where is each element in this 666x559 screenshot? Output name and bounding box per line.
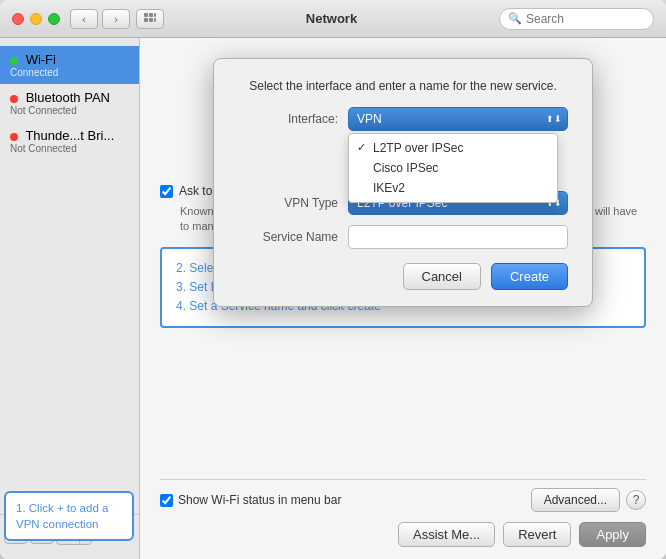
svg-rect-5 [154, 18, 156, 22]
sidebar-item-label: Bluetooth PAN [10, 90, 129, 105]
bluetooth-status: Not Connected [10, 105, 129, 116]
interface-row: Interface: VPN ⬆⬇ ✓ L2TP over IPSec [238, 107, 568, 131]
modal-dialog: Select the interface and enter a name fo… [213, 58, 593, 307]
sidebar-item-thunderbolt[interactable]: Thunde...t Bri... Not Connected [0, 122, 139, 160]
search-input[interactable] [526, 12, 645, 26]
dropdown-item-cisco[interactable]: Cisco IPSec [349, 158, 557, 178]
sidebar-item-label: Thunde...t Bri... [10, 128, 129, 143]
sidebar: Wi-Fi Connected Bluetooth PAN Not Connec… [0, 38, 140, 559]
vpn-type-dropdown: ✓ L2TP over IPSec Cisco IPSec IKEv2 [348, 133, 558, 203]
svg-rect-3 [144, 18, 148, 22]
traffic-lights [12, 13, 60, 25]
svg-rect-2 [154, 13, 156, 17]
close-button[interactable] [12, 13, 24, 25]
modal-description: Select the interface and enter a name fo… [238, 79, 568, 93]
service-name-input[interactable] [348, 225, 568, 249]
sidebar-item-bluetooth[interactable]: Bluetooth PAN Not Connected [0, 84, 139, 122]
thunderbolt-status-dot [10, 133, 18, 141]
bluetooth-status-dot [10, 95, 18, 103]
grid-button[interactable] [136, 9, 164, 29]
interface-select-wrap: VPN ⬆⬇ ✓ L2TP over IPSec Cisco IPSec [348, 107, 568, 131]
thunderbolt-status: Not Connected [10, 143, 129, 154]
right-panel: Select the interface and enter a name fo… [140, 38, 666, 559]
interface-select[interactable]: VPN [348, 107, 568, 131]
svg-rect-1 [149, 13, 153, 17]
dropdown-item-ikev2[interactable]: IKEv2 [349, 178, 557, 198]
sidebar-item-label: Wi-Fi [10, 52, 129, 67]
network-window: ‹ › Network 🔍 Wi-Fi [0, 0, 666, 559]
search-icon: 🔍 [508, 12, 522, 25]
modal-buttons: Cancel Create [238, 263, 568, 290]
wifi-status-dot [10, 57, 18, 65]
maximize-button[interactable] [48, 13, 60, 25]
minimize-button[interactable] [30, 13, 42, 25]
cancel-button[interactable]: Cancel [403, 263, 481, 290]
svg-rect-4 [149, 18, 153, 22]
wifi-status: Connected [10, 67, 129, 78]
title-bar: ‹ › Network 🔍 [0, 0, 666, 38]
callout-bubble: 1. Click + to add a VPN connection [4, 491, 134, 541]
service-name-row: Service Name [238, 225, 568, 249]
svg-rect-0 [144, 13, 148, 17]
create-button[interactable]: Create [491, 263, 568, 290]
forward-button[interactable]: › [102, 9, 130, 29]
dropdown-item-l2tp[interactable]: ✓ L2TP over IPSec [349, 138, 557, 158]
main-content: Wi-Fi Connected Bluetooth PAN Not Connec… [0, 38, 666, 559]
vpn-type-label: VPN Type [238, 196, 338, 210]
modal-overlay: Select the interface and enter a name fo… [140, 38, 666, 559]
nav-buttons: ‹ › [70, 9, 130, 29]
back-button[interactable]: ‹ [70, 9, 98, 29]
search-bar[interactable]: 🔍 [499, 8, 654, 30]
window-title: Network [164, 11, 499, 26]
interface-label: Interface: [238, 112, 338, 126]
sidebar-item-wifi[interactable]: Wi-Fi Connected [0, 46, 139, 84]
service-name-label: Service Name [238, 230, 338, 244]
